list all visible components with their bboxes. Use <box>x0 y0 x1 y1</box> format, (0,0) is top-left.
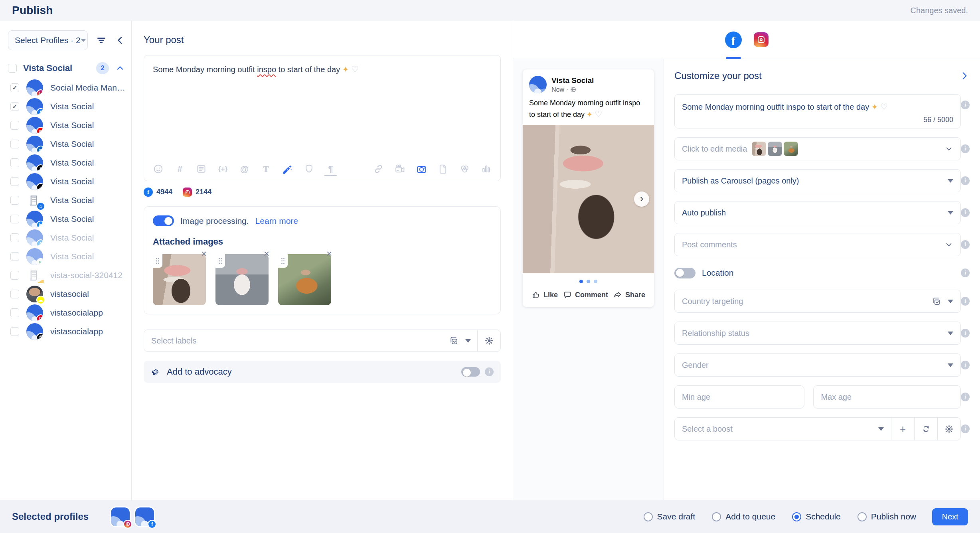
post-text[interactable]: Some Monday morning outfit inspo to star… <box>144 55 500 83</box>
tab-facebook[interactable]: f <box>724 21 743 59</box>
info-icon[interactable]: i <box>961 101 970 109</box>
carousel-next-button[interactable]: › <box>634 191 649 207</box>
profile-checkbox[interactable] <box>10 233 19 242</box>
shield-icon[interactable] <box>304 164 314 174</box>
info-icon[interactable]: i <box>485 367 494 376</box>
profile-checkbox[interactable] <box>10 196 19 205</box>
carousel-dot[interactable] <box>587 280 590 283</box>
hashtag-icon[interactable]: # <box>174 164 185 174</box>
profile-row[interactable]: ▂▅▇ vista-social-320412 <box>0 266 131 284</box>
min-age-field[interactable]: Min age <box>674 385 804 409</box>
group-checkbox[interactable] <box>8 64 17 73</box>
profile-checkbox[interactable] <box>10 252 19 261</box>
remove-image-icon[interactable]: × <box>199 249 209 259</box>
emoji-icon[interactable] <box>153 164 164 174</box>
profile-row[interactable]: ⋈ Vista Social <box>0 209 131 228</box>
profile-checkbox[interactable] <box>10 177 19 186</box>
profile-checkbox[interactable] <box>10 290 19 298</box>
country-targeting-select[interactable]: Country targeting <box>674 290 961 313</box>
info-icon[interactable]: i <box>961 208 970 217</box>
add-boost-button[interactable]: + <box>891 418 914 440</box>
chevron-right-icon[interactable] <box>959 71 970 81</box>
drag-handle-icon[interactable] <box>278 254 288 268</box>
profile-checkbox[interactable] <box>10 215 19 223</box>
manage-labels-icon[interactable] <box>449 336 459 346</box>
option-publish-now[interactable]: Publish now <box>858 512 916 521</box>
link-icon[interactable] <box>373 164 384 174</box>
attached-image-3[interactable]: × <box>278 254 331 305</box>
info-icon[interactable]: i <box>961 297 970 306</box>
copy-check-icon[interactable] <box>931 296 941 306</box>
profile-row[interactable]: X Vista Social <box>0 153 131 172</box>
info-icon[interactable]: i <box>961 268 970 277</box>
profile-checkbox[interactable]: ✓ <box>10 83 19 92</box>
chevron-up-icon[interactable] <box>115 63 125 73</box>
profile-row[interactable]: ☁ vistasocial <box>0 284 131 303</box>
remove-image-icon[interactable]: × <box>261 249 272 259</box>
gender-select[interactable]: Gender <box>674 353 961 377</box>
info-icon[interactable]: i <box>961 144 970 153</box>
info-icon[interactable]: i <box>961 329 970 338</box>
video-icon[interactable] <box>395 164 405 174</box>
profile-row[interactable]: ▶ Vista Social <box>0 247 131 266</box>
profile-checkbox[interactable] <box>10 121 19 130</box>
post-comments-field[interactable]: Post comments <box>674 233 961 256</box>
drag-handle-icon[interactable] <box>153 254 162 268</box>
next-button[interactable]: Next <box>932 508 968 525</box>
learn-more-link[interactable]: Learn more <box>255 216 298 226</box>
tab-instagram[interactable] <box>753 21 769 59</box>
document-icon[interactable] <box>438 164 449 174</box>
analytics-bars-icon[interactable] <box>481 164 492 174</box>
profile-checkbox[interactable] <box>10 327 19 336</box>
boost-settings-button[interactable] <box>937 418 960 440</box>
max-age-field[interactable]: Max age <box>813 385 961 409</box>
camera-icon[interactable] <box>416 164 427 174</box>
profile-row[interactable]: A Vista Social <box>0 228 131 247</box>
profile-row[interactable]: ▶ Vista Social <box>0 116 131 134</box>
profile-checkbox[interactable] <box>10 271 19 280</box>
profile-row[interactable]: in Vista Social <box>0 134 131 153</box>
variables-icon[interactable]: {+} <box>217 164 228 174</box>
carousel-dot[interactable] <box>594 280 597 283</box>
profile-row[interactable]: ✓ Social Media Managem… <box>0 78 131 97</box>
ai-wand-icon[interactable] <box>282 164 293 174</box>
location-toggle[interactable] <box>674 268 695 278</box>
option-schedule[interactable]: Schedule <box>792 512 841 521</box>
info-icon[interactable]: i <box>961 393 970 401</box>
info-icon[interactable]: i <box>961 240 970 249</box>
boost-select[interactable]: Select a boost + <box>674 417 961 440</box>
edit-media-field[interactable]: Click to edit media <box>674 137 961 160</box>
relationship-status-select[interactable]: Relationship status <box>674 322 961 345</box>
attached-image-2[interactable]: × <box>215 254 269 305</box>
caption-field[interactable]: Some Monday morning outfit inspo to star… <box>674 94 961 128</box>
media-library-icon[interactable] <box>459 164 470 174</box>
profile-row[interactable]: P vistasocialapp <box>0 303 131 322</box>
option-save-draft[interactable]: Save draft <box>644 512 695 521</box>
carousel-mode-select[interactable]: Publish as Carousel (pages only) <box>674 169 961 192</box>
profile-row[interactable]: ✓ f Vista Social <box>0 97 131 116</box>
text-format-icon[interactable]: T <box>261 164 271 174</box>
labels-select[interactable]: Select labels <box>144 330 501 352</box>
refresh-boost-button[interactable] <box>914 418 937 440</box>
publish-method-select[interactable]: Auto publish <box>674 201 961 224</box>
mention-icon[interactable]: @ <box>239 164 250 174</box>
profile-checkbox[interactable] <box>10 308 19 317</box>
notes-icon[interactable] <box>196 164 207 174</box>
attached-image-1[interactable]: × <box>153 254 206 305</box>
image-processing-toggle[interactable] <box>153 215 174 226</box>
info-icon[interactable]: i <box>961 361 970 369</box>
chevron-down-icon[interactable] <box>465 339 471 343</box>
remove-image-icon[interactable]: × <box>324 249 334 259</box>
collapse-sidebar-button[interactable] <box>115 34 125 47</box>
drag-handle-icon[interactable] <box>215 254 225 268</box>
option-add-to-queue[interactable]: Add to queue <box>712 512 775 521</box>
profile-checkbox[interactable]: ✓ <box>10 102 19 111</box>
info-icon[interactable]: i <box>961 176 970 185</box>
paragraph-icon[interactable]: ¶ <box>325 164 336 174</box>
carousel-dot[interactable] <box>579 280 583 283</box>
profile-group-header[interactable]: Vista Social 2 <box>8 62 125 74</box>
info-icon[interactable]: i <box>961 424 970 433</box>
profile-row[interactable]: ⌂ Vista Social <box>0 191 131 209</box>
profile-checkbox[interactable] <box>10 140 19 148</box>
select-profiles-dropdown[interactable]: Select Profiles · 2 <box>8 30 88 50</box>
